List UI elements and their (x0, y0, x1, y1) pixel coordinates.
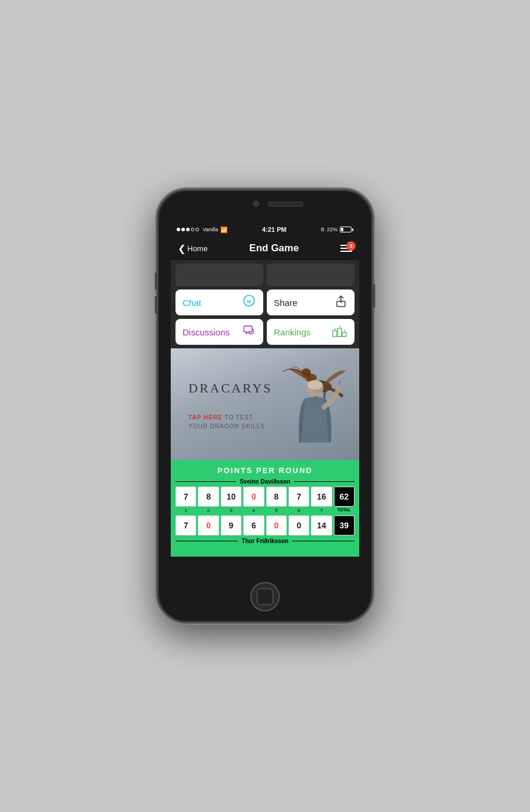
screen: Vanilla 📶 4:21 PM B 22% ❮ Home E (171, 222, 359, 557)
battery-percent: 22% (327, 227, 337, 232)
score-title: POINTS PER ROUND (175, 466, 355, 475)
svg-rect-4 (337, 328, 342, 337)
camera-icon (253, 201, 259, 207)
chat-button[interactable]: Chat Hi (175, 289, 263, 315)
back-label: Home (187, 244, 208, 253)
p1-r6: 7 (289, 487, 309, 507)
p2-total: 39 (334, 515, 355, 535)
tap-here-label: TAP HERE (188, 414, 223, 421)
svg-text:Hi: Hi (247, 299, 251, 304)
svg-point-15 (336, 385, 341, 390)
player2-line-right (292, 541, 355, 541)
menu-badge: 3 (346, 241, 356, 251)
p1-r7: 16 (311, 487, 332, 507)
banner-tap-text: TAP HERE TO TESTYOUR DRAGON SKILLS (188, 413, 265, 431)
p1-r5: 8 (266, 487, 287, 507)
p2-r4: 6 (243, 515, 264, 535)
player2-name-row: Thor Friðriksson (175, 538, 355, 544)
discussions-button[interactable]: Discussions (175, 319, 263, 345)
svg-text:3: 3 (344, 328, 346, 332)
p2-r7: 14 (311, 515, 332, 535)
p1-r2: 8 (198, 487, 218, 507)
action-buttons-area: Chat Hi Share (171, 260, 359, 348)
round-label-1: 1 (175, 508, 196, 513)
battery-tip (352, 228, 353, 231)
p2-r1: 7 (175, 515, 196, 535)
dot3 (186, 228, 190, 231)
banner-image[interactable]: DRACARYS TAP HERE TO TESTYOUR DRAGON SKI… (171, 348, 359, 460)
carrier-label: Vanilla (203, 227, 218, 232)
round-label-4: 4 (243, 508, 264, 513)
chat-icon: Hi (242, 295, 256, 310)
wifi-icon: 📶 (220, 227, 227, 233)
p2-r6: 0 (289, 515, 309, 535)
dot5 (196, 228, 199, 231)
dot1 (177, 228, 180, 231)
p1-total: 62 (334, 487, 355, 507)
bluetooth-icon: B (321, 227, 324, 232)
player2-line-left (175, 541, 238, 541)
rankings-label: Rankings (274, 327, 311, 337)
menu-button[interactable]: 3 (340, 245, 352, 252)
character-icon (289, 378, 342, 460)
svg-text:2: 2 (334, 327, 336, 330)
player2-name: Thor Friðriksson (238, 538, 292, 544)
volume-up-button[interactable] (155, 272, 157, 290)
share-button[interactable]: Share (267, 289, 355, 315)
home-button-inner (257, 588, 273, 605)
page-title: End Game (249, 242, 299, 254)
buttons-row-1: Chat Hi Share (175, 289, 355, 315)
share-icon (334, 295, 347, 310)
p1-r1: 7 (175, 487, 196, 507)
back-button[interactable]: ❮ Home (178, 243, 208, 254)
phone-device: Vanilla 📶 4:21 PM B 22% ❮ Home E (156, 188, 374, 624)
status-right: B 22% (321, 227, 353, 232)
placeholder-btn-1 (175, 264, 263, 286)
status-time: 4:21 PM (262, 226, 287, 233)
share-label: Share (274, 298, 297, 308)
back-arrow-icon: ❮ (178, 243, 186, 254)
round-labels: 1 2 3 4 5 6 7 TOTAL (175, 508, 355, 513)
banner-title: DRACARYS (188, 381, 273, 396)
power-button[interactable] (373, 284, 375, 308)
status-left: Vanilla 📶 (177, 227, 227, 233)
round-label-3: 3 (221, 508, 241, 513)
home-button[interactable] (250, 582, 280, 611)
placeholder-btn-2 (267, 264, 355, 286)
p1-r4: 0 (243, 487, 264, 507)
nav-bar: ❮ Home End Game 3 (171, 237, 359, 260)
player1-score-row: 7 8 10 0 8 7 16 62 (175, 487, 355, 507)
p1-r3: 10 (221, 487, 241, 507)
player1-line-left (175, 481, 236, 482)
discussions-icon (242, 325, 256, 339)
battery-body (340, 227, 352, 232)
p2-r3: 9 (221, 515, 241, 535)
svg-text:1: 1 (339, 325, 341, 328)
signal-dots (177, 228, 199, 231)
dot4 (191, 228, 194, 231)
battery-fill (341, 228, 343, 231)
rankings-button[interactable]: Rankings 2 1 3 (267, 319, 355, 345)
player1-name: Sveinn Davíðsson (236, 478, 294, 485)
player1-name-row: Sveinn Davíðsson (175, 478, 355, 485)
dot2 (181, 228, 185, 231)
status-bar: Vanilla 📶 4:21 PM B 22% (171, 222, 359, 237)
speaker (268, 202, 303, 207)
battery-icon (340, 227, 353, 232)
discussions-label: Discussions (183, 327, 230, 337)
player1-line-right (294, 481, 355, 482)
placeholder-row (175, 264, 355, 286)
rankings-icon: 2 1 3 (332, 325, 347, 340)
round-label-2: 2 (198, 508, 218, 513)
round-label-5: 5 (266, 508, 287, 513)
player2-score-row: 7 0 9 6 0 0 14 39 (175, 515, 355, 535)
svg-point-14 (307, 380, 323, 390)
p2-r5: 0 (266, 515, 287, 535)
volume-down-button[interactable] (155, 296, 157, 314)
score-section: POINTS PER ROUND Sveinn Davíðsson 7 8 10… (171, 460, 359, 557)
chat-label: Chat (183, 298, 201, 308)
round-label-total: TOTAL (334, 508, 355, 513)
svg-rect-3 (333, 331, 337, 337)
p2-r2: 0 (198, 515, 218, 535)
round-label-7: 7 (311, 508, 332, 513)
